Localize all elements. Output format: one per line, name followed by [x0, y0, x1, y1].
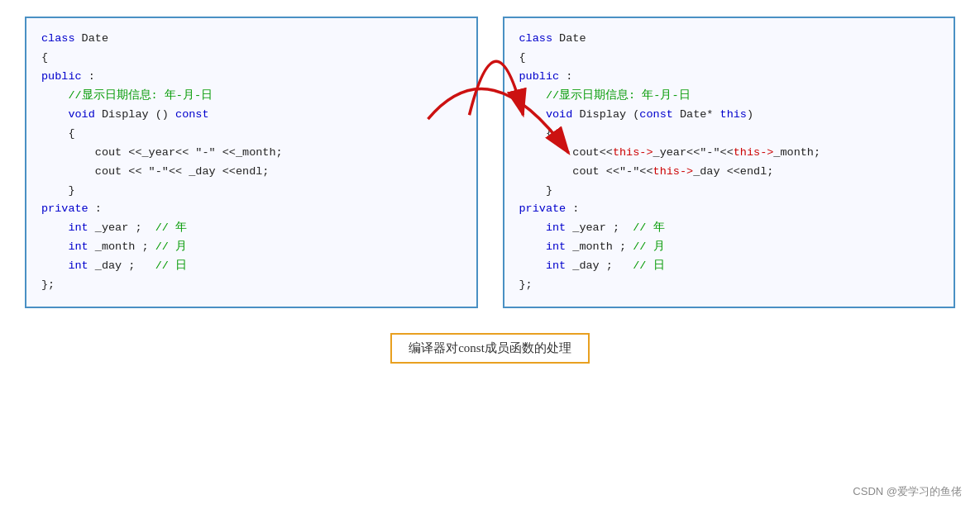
label-container: 编译器对const成员函数的处理 — [390, 320, 590, 364]
code-token: public — [519, 70, 560, 83]
code-token: const — [175, 108, 209, 121]
code-line: int _day ; // 日 — [41, 257, 461, 276]
code-token — [519, 221, 546, 234]
code-token: : — [82, 70, 95, 83]
code-token: int — [546, 240, 566, 253]
code-line: cout<<this->_year<<"-"<<this->_month; — [519, 144, 939, 163]
code-token: }; — [519, 278, 533, 291]
code-token: int — [68, 240, 88, 253]
code-token: _day <<endl; — [693, 165, 773, 178]
code-token: private — [41, 202, 88, 215]
code-line: void Display () const — [41, 106, 461, 125]
code-token: : — [559, 70, 572, 83]
code-token: // 月 — [155, 240, 187, 253]
code-line: { — [519, 49, 939, 68]
panels-wrapper: class Date{public : //显示日期信息: 年-月-日 void… — [25, 17, 955, 308]
code-line: //显示日期信息: 年-月-日 — [41, 87, 461, 106]
code-token: { — [519, 127, 553, 140]
code-token: void — [68, 108, 94, 121]
code-token: _month ; — [566, 240, 633, 253]
code-token: }; — [41, 278, 55, 291]
code-token: void — [546, 108, 572, 121]
code-token: Date* — [673, 108, 720, 121]
code-line: } — [41, 182, 461, 201]
code-line: class Date — [519, 30, 939, 49]
code-token: _year ; — [88, 221, 155, 234]
code-line: { — [41, 125, 461, 144]
code-line: { — [41, 49, 461, 68]
code-token: ) — [747, 108, 753, 121]
code-token: cout<< — [519, 146, 613, 159]
code-token: _day ; — [566, 259, 633, 272]
code-token: { — [41, 127, 75, 140]
caption-label: 编译器对const成员函数的处理 — [390, 333, 590, 364]
code-line: cout <<"-"<<this->_day <<endl; — [519, 163, 939, 182]
code-line: private : — [41, 200, 461, 219]
code-line: int _month ; // 月 — [519, 238, 939, 257]
main-container: class Date{public : //显示日期信息: 年-月-日 void… — [0, 0, 980, 509]
code-token: cout <<_year<< "-" <<_month; — [41, 146, 283, 159]
code-token: : — [566, 202, 579, 215]
code-line: private : — [519, 200, 939, 219]
code-line: { — [519, 125, 939, 144]
code-line: cout << "-"<< _day <<endl; — [41, 163, 461, 182]
code-token — [519, 108, 546, 121]
code-token: this-> — [653, 165, 694, 178]
code-line: }; — [519, 276, 939, 295]
code-token: // 日 — [155, 259, 187, 272]
code-panels: class Date{public : //显示日期信息: 年-月-日 void… — [25, 17, 955, 308]
code-line: public : — [519, 68, 939, 87]
code-token — [41, 240, 68, 253]
code-token: int — [546, 259, 566, 272]
code-token: public — [41, 70, 82, 83]
code-token: this-> — [613, 146, 653, 159]
code-token: // 年 — [155, 221, 187, 234]
watermark: CSDN @爱学习的鱼佬 — [853, 484, 962, 499]
code-line: int _day ; // 日 — [519, 257, 939, 276]
right-panel: class Date{public : //显示日期信息: 年-月-日 void… — [503, 17, 956, 308]
code-token: Display ( — [572, 108, 639, 121]
code-token: _day ; — [88, 259, 155, 272]
code-token: { — [41, 51, 48, 64]
code-token — [41, 259, 68, 272]
code-token: _month ; — [88, 240, 155, 253]
code-token: private — [519, 202, 566, 215]
code-line: public : — [41, 68, 461, 87]
code-token: const — [639, 108, 673, 121]
code-line: class Date — [41, 30, 461, 49]
code-line: int _month ; // 月 — [41, 238, 461, 257]
code-token: // 年 — [633, 221, 664, 234]
code-token: cout <<"-"<< — [519, 165, 653, 178]
code-token: cout << "-"<< _day <<endl; — [41, 165, 269, 178]
code-token — [41, 108, 68, 121]
code-line: } — [519, 182, 939, 201]
code-token: _month; — [773, 146, 820, 159]
code-token: int — [68, 221, 88, 234]
code-token: class — [519, 32, 560, 45]
code-token: Date — [559, 32, 586, 45]
code-token: { — [519, 51, 526, 64]
code-token: _year ; — [566, 221, 633, 234]
code-token — [519, 259, 546, 272]
code-token: this-> — [734, 146, 774, 159]
code-line: void Display (const Date* this) — [519, 106, 939, 125]
code-token: // 日 — [633, 259, 664, 272]
code-line: int _year ; // 年 — [41, 219, 461, 238]
code-token: //显示日期信息: 年-月-日 — [41, 89, 213, 102]
code-line: //显示日期信息: 年-月-日 — [519, 87, 939, 106]
code-token: : — [88, 202, 102, 215]
code-line: }; — [41, 276, 461, 295]
code-token — [519, 240, 546, 253]
code-token: Date — [82, 32, 108, 45]
code-token: } — [41, 184, 75, 197]
code-token: // 月 — [633, 240, 664, 253]
code-token: _year<<"-"<< — [653, 146, 734, 159]
code-token: //显示日期信息: 年-月-日 — [519, 89, 691, 102]
left-panel: class Date{public : //显示日期信息: 年-月-日 void… — [25, 17, 478, 308]
code-token: int — [546, 221, 566, 234]
code-token: class — [41, 32, 82, 45]
code-token: this — [720, 108, 747, 121]
code-token: } — [519, 184, 553, 197]
code-line: int _year ; // 年 — [519, 219, 939, 238]
code-token: int — [68, 259, 88, 272]
